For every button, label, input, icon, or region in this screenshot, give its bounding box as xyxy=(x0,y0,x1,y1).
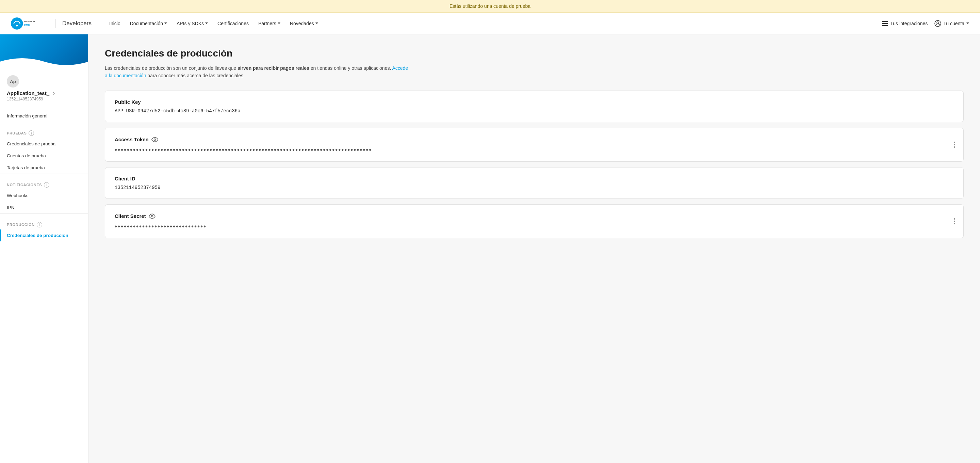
mercadopago-logo[interactable]: mercado pago xyxy=(11,18,48,30)
banner-text: Estás utilizando una cuenta de prueba xyxy=(450,3,530,9)
credential-card-public-key: Public Key APP_USR-09427d52-c5db-4c89-a0… xyxy=(105,91,964,122)
hero-wave xyxy=(0,55,88,69)
tu-cuenta-label: Tu cuenta xyxy=(943,21,964,26)
nav-novedades[interactable]: Novedades xyxy=(286,18,322,29)
credential-value-access-token: ••••••••••••••••••••••••••••••••••••••••… xyxy=(115,146,954,153)
svg-point-10 xyxy=(151,215,153,217)
sidebar-item-credenciales-produccion[interactable]: Credenciales de producción xyxy=(0,230,88,241)
svg-rect-4 xyxy=(882,21,888,22)
page-description: Las credenciales de producción son un co… xyxy=(105,64,411,80)
more-options-access-token[interactable] xyxy=(953,140,956,149)
nav-certificaciones[interactable]: Certificaciones xyxy=(213,18,253,29)
sidebar-hero xyxy=(0,34,88,69)
sidebar-item-tarjetas-prueba[interactable]: Tarjetas de prueba xyxy=(0,162,88,174)
section-produccion-label: PRODUCCIÓN xyxy=(7,223,35,227)
sidebar-divider-3 xyxy=(0,174,88,174)
more-options-client-secret[interactable] xyxy=(953,217,956,226)
info-icon-produccion[interactable]: i xyxy=(37,222,42,227)
sidebar-divider xyxy=(0,107,88,107)
more-dot xyxy=(954,220,955,222)
app-id: 1352114952374959 xyxy=(7,97,81,101)
hamburger-icon xyxy=(882,21,888,26)
credential-value-public-key: APP_USR-09427d52-c5db-4c89-a0c6-547f57ec… xyxy=(115,108,954,114)
description-bold: sirven para recibir pagos reales xyxy=(237,65,309,71)
tus-integraciones-label: Tus integraciones xyxy=(890,21,928,26)
chevron-down-icon xyxy=(278,22,280,24)
chevron-right-icon[interactable] xyxy=(51,91,56,96)
sidebar: Ap Application_test_ 1352114952374959 In… xyxy=(0,34,89,463)
info-icon-pruebas[interactable]: i xyxy=(29,130,34,136)
info-icon-notificaciones[interactable]: i xyxy=(44,182,49,188)
page-title: Credenciales de producción xyxy=(105,48,964,59)
sidebar-app-info: Ap Application_test_ 1352114952374959 xyxy=(0,69,88,107)
credential-card-access-token: Access Token •••••••••••••••••••••••••••… xyxy=(105,128,964,162)
sidebar-item-info-general[interactable]: Información general xyxy=(0,110,88,122)
sidebar-section-pruebas: PRUEBAS i xyxy=(0,125,88,138)
sidebar-divider-4 xyxy=(0,214,88,214)
credential-label-public-key: Public Key xyxy=(115,99,954,105)
chevron-down-icon xyxy=(205,22,208,24)
app-body: Ap Application_test_ 1352114952374959 In… xyxy=(0,34,980,463)
more-dot xyxy=(954,146,955,148)
section-notificaciones-label: NOTIFICACIONES xyxy=(7,183,42,187)
app-avatar: Ap xyxy=(7,75,19,88)
svg-rect-6 xyxy=(882,25,888,26)
developers-label: Developers xyxy=(62,20,92,27)
account-icon xyxy=(934,20,941,27)
sidebar-item-webhooks[interactable]: Webhooks xyxy=(0,190,88,201)
more-dot xyxy=(954,223,955,224)
main-nav: Inicio Documentación APIs y SDKs Certifi… xyxy=(105,18,875,29)
nav-separator xyxy=(875,19,875,28)
nav-documentacion[interactable]: Documentación xyxy=(126,18,171,29)
tu-cuenta-button[interactable]: Tu cuenta xyxy=(934,20,969,27)
description-part1: Las credenciales de producción son un co… xyxy=(105,65,237,71)
svg-point-9 xyxy=(154,139,156,140)
tus-integraciones-button[interactable]: Tus integraciones xyxy=(882,21,928,26)
credential-value-client-secret: •••••••••••••••••••••••••••••• xyxy=(115,223,954,230)
nav-inicio[interactable]: Inicio xyxy=(105,18,124,29)
credential-value-client-id: 1352114952374959 xyxy=(115,185,954,190)
svg-text:pago: pago xyxy=(24,23,30,26)
chevron-down-icon xyxy=(164,22,167,24)
header: mercado pago Developers Inicio Documenta… xyxy=(0,13,980,34)
svg-point-8 xyxy=(937,22,939,24)
app-name: Application_test_ xyxy=(7,90,49,96)
sidebar-section-notificaciones: NOTIFICACIONES i xyxy=(0,177,88,190)
sidebar-item-ipn[interactable]: IPN xyxy=(0,201,88,214)
eye-icon-access-token[interactable] xyxy=(151,136,158,143)
svg-point-1 xyxy=(16,24,18,26)
nav-apis-sdks[interactable]: APIs y SDKs xyxy=(172,18,212,29)
top-banner: Estás utilizando una cuenta de prueba xyxy=(0,0,980,13)
chevron-down-icon xyxy=(315,22,318,24)
description-part2: en tiendas online y otras aplicaciones. xyxy=(309,65,392,71)
nav-right: Tus integraciones Tu cuenta xyxy=(875,19,969,28)
eye-icon-client-secret[interactable] xyxy=(149,213,156,220)
logo-area: mercado pago Developers xyxy=(11,18,92,30)
sidebar-divider-2 xyxy=(0,122,88,122)
svg-point-0 xyxy=(11,18,23,30)
more-dot xyxy=(954,142,955,143)
sidebar-item-credenciales-prueba[interactable]: Credenciales de prueba xyxy=(0,138,88,150)
main-content: Credenciales de producción Las credencia… xyxy=(89,34,980,463)
sidebar-section-produccion: PRODUCCIÓN i xyxy=(0,217,88,230)
credential-label-access-token: Access Token xyxy=(115,136,954,143)
svg-text:mercado: mercado xyxy=(24,19,35,22)
more-dot xyxy=(954,218,955,220)
app-name-row: Application_test_ xyxy=(7,90,81,96)
nav-partners[interactable]: Partners xyxy=(254,18,285,29)
credential-card-client-id: Client ID 1352114952374959 xyxy=(105,167,964,199)
credential-label-client-secret: Client Secret xyxy=(115,213,954,220)
credential-card-client-secret: Client Secret ••••••••••••••••••••••••••… xyxy=(105,204,964,238)
logo-divider xyxy=(55,19,56,28)
more-dot xyxy=(954,144,955,145)
sidebar-item-cuentas-prueba[interactable]: Cuentas de prueba xyxy=(0,150,88,162)
credential-label-client-id: Client ID xyxy=(115,176,954,182)
svg-rect-5 xyxy=(882,23,888,24)
section-pruebas-label: PRUEBAS xyxy=(7,131,27,135)
chevron-down-icon xyxy=(966,22,969,24)
description-part3: para conocer más acerca de las credencia… xyxy=(146,73,244,78)
